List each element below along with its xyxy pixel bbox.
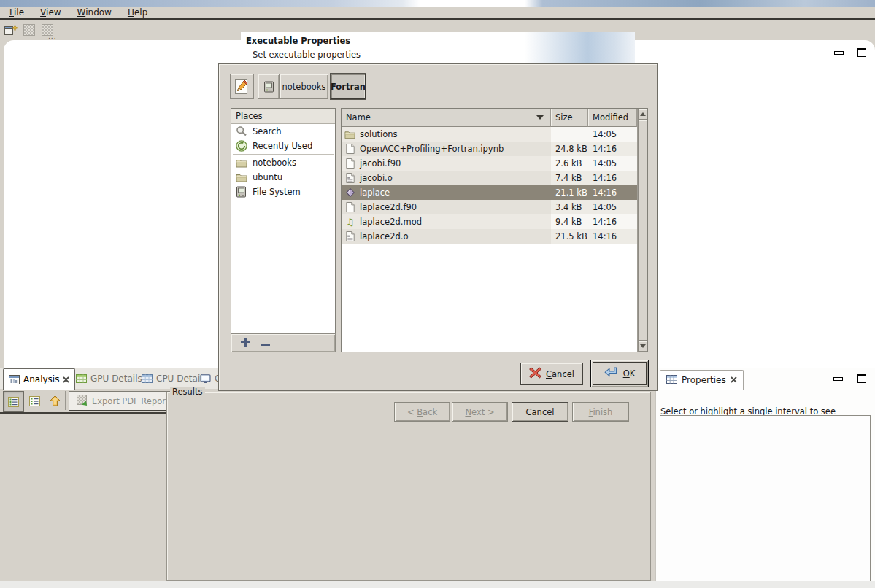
- new-session-icon: [4, 24, 19, 36]
- type-filename-button[interactable]: [230, 74, 254, 99]
- tab-properties[interactable]: Properties: [660, 370, 744, 390]
- scroll-up-button[interactable]: [638, 109, 647, 120]
- places-list: SearchRecently UsednotebooksubuntuFile S…: [231, 124, 335, 199]
- toolbar-underline: [0, 412, 166, 414]
- tab-label: GPU Details: [90, 374, 142, 384]
- place-search[interactable]: Search: [231, 124, 335, 139]
- wizard-finish-button[interactable]: Finish: [572, 402, 629, 422]
- cancel-x-icon: [529, 367, 541, 379]
- executable-icon: [345, 187, 355, 198]
- list-icon: [8, 397, 19, 407]
- add-place-button[interactable]: [241, 338, 250, 349]
- folder-icon: [344, 130, 355, 139]
- file-name: jacobi.f90: [360, 158, 401, 169]
- file-row[interactable]: laplace2d.f903.4 kB14:05: [342, 200, 637, 214]
- export-pdf-report-button[interactable]: Export PDF Report: [69, 391, 177, 411]
- file-name-cell: jacobi.o: [342, 171, 551, 185]
- disabled-icon: [23, 24, 35, 36]
- file-icon: [346, 144, 355, 154]
- wizard-subtitle: Set executable properties: [253, 50, 361, 60]
- file-name: jacobi.o: [360, 173, 393, 183]
- column-header-name[interactable]: Name: [342, 109, 551, 127]
- wizard-button-label: Cancel: [526, 407, 555, 417]
- menu-file[interactable]: File: [6, 7, 28, 18]
- status-strip: [0, 581, 875, 588]
- toolbar-disabled-button-1[interactable]: [21, 23, 37, 37]
- file-row[interactable]: laplace2d.o21.5 kB14:16: [342, 229, 637, 244]
- places-header[interactable]: Places: [231, 109, 335, 124]
- menu-help[interactable]: Help: [124, 7, 151, 18]
- file-row[interactable]: jacobi.f902.6 kB14:05: [342, 156, 637, 171]
- file-modified-cell: 14:05: [588, 127, 637, 142]
- file-chooser-dialog: notebooksFortran Places SearchRecently U…: [219, 64, 657, 390]
- place-file-system[interactable]: File System: [231, 185, 335, 199]
- scrollbar-thumb[interactable]: [638, 120, 647, 341]
- scroll-down-button[interactable]: [638, 341, 647, 352]
- column-header-modified[interactable]: Modified: [588, 109, 637, 127]
- file-icon-slot: [344, 130, 355, 139]
- file-name: laplace: [360, 187, 390, 198]
- file-icon-slot: [344, 231, 355, 241]
- wizard-next-button[interactable]: Next >: [452, 402, 508, 422]
- console-icon: [200, 374, 211, 384]
- place-recently-used[interactable]: Recently Used: [231, 139, 335, 153]
- folder-icon: [236, 173, 247, 182]
- file-row[interactable]: laplace21.1 kB14:16: [342, 185, 637, 200]
- place-icon-slot: [235, 173, 247, 182]
- file-icon-slot: [344, 202, 355, 212]
- file-name: OpenACC+Profiling+Fortran.ipynb: [360, 144, 504, 154]
- place-ubuntu[interactable]: ubuntu: [231, 170, 335, 185]
- cancel-button-label: Cancel: [546, 369, 574, 379]
- minimize-icon[interactable]: [834, 51, 844, 55]
- place-icon-slot: [235, 140, 247, 152]
- pencil-icon: [234, 77, 250, 96]
- place-label: ubuntu: [253, 172, 282, 182]
- file-row[interactable]: solutions14:05: [342, 127, 637, 142]
- folder-icon: [236, 158, 247, 168]
- place-notebooks[interactable]: notebooks: [231, 155, 335, 170]
- file-row[interactable]: OpenACC+Profiling+Fortran.ipynb24.8 kB14…: [342, 142, 637, 156]
- close-icon[interactable]: [63, 376, 69, 383]
- export-pdf-label: Export PDF Report: [92, 396, 169, 406]
- file-modified-cell: 14:05: [588, 156, 637, 171]
- object-file-icon: [346, 231, 355, 241]
- places-actions-bar: [231, 333, 336, 352]
- file-size-cell: 9.4 kB: [551, 214, 588, 229]
- ok-button[interactable]: OK: [590, 360, 649, 387]
- places-divider: [233, 154, 334, 155]
- wizard-cancel-button[interactable]: Cancel: [512, 402, 568, 422]
- analysis-guided-view-button[interactable]: [25, 391, 45, 411]
- cancel-icon-slot: [529, 367, 541, 381]
- menu-view[interactable]: View: [36, 7, 64, 18]
- application-window: FileViewWindowHelp ... AnalysisGPU Detai…: [0, 0, 875, 588]
- root-location-button[interactable]: [258, 74, 280, 99]
- module-icon: ♫: [346, 217, 355, 227]
- file-list-scrollbar[interactable]: [637, 109, 647, 352]
- analysis-list-view-button[interactable]: [3, 391, 24, 412]
- file-row[interactable]: ♫laplace2d.mod9.4 kB14:16: [342, 214, 637, 229]
- path-button-fortran[interactable]: Fortran: [331, 74, 366, 99]
- wizard-back-button[interactable]: < Back: [394, 402, 450, 422]
- file-modified-cell: 14:16: [588, 142, 637, 156]
- table-icon: [666, 375, 677, 384]
- close-icon-slot[interactable]: [731, 375, 737, 385]
- file-modified-cell: 14:16: [588, 171, 637, 185]
- cancel-button[interactable]: Cancel: [520, 363, 583, 385]
- minus-icon: [261, 344, 270, 346]
- gpu-details-icon: [76, 374, 87, 383]
- file-modified-cell: 14:16: [588, 214, 637, 229]
- properties-minimize-icon[interactable]: [833, 377, 843, 381]
- remove-place-button[interactable]: [261, 338, 270, 348]
- cpu-details-icon: [142, 374, 153, 383]
- menu-window[interactable]: Window: [74, 7, 115, 18]
- file-name-cell: solutions: [342, 127, 551, 142]
- tab-analysis[interactable]: Analysis: [3, 368, 75, 390]
- properties-maximize-icon[interactable]: [857, 374, 866, 383]
- new-session-button[interactable]: [3, 23, 19, 37]
- analysis-up-button[interactable]: [45, 391, 65, 411]
- path-button-notebooks[interactable]: notebooks: [280, 74, 328, 99]
- file-row[interactable]: jacobi.o7.4 kB14:16: [342, 171, 637, 185]
- maximize-icon[interactable]: [857, 48, 866, 57]
- column-header-size[interactable]: Size: [551, 109, 588, 127]
- ok-icon-slot: [604, 367, 619, 380]
